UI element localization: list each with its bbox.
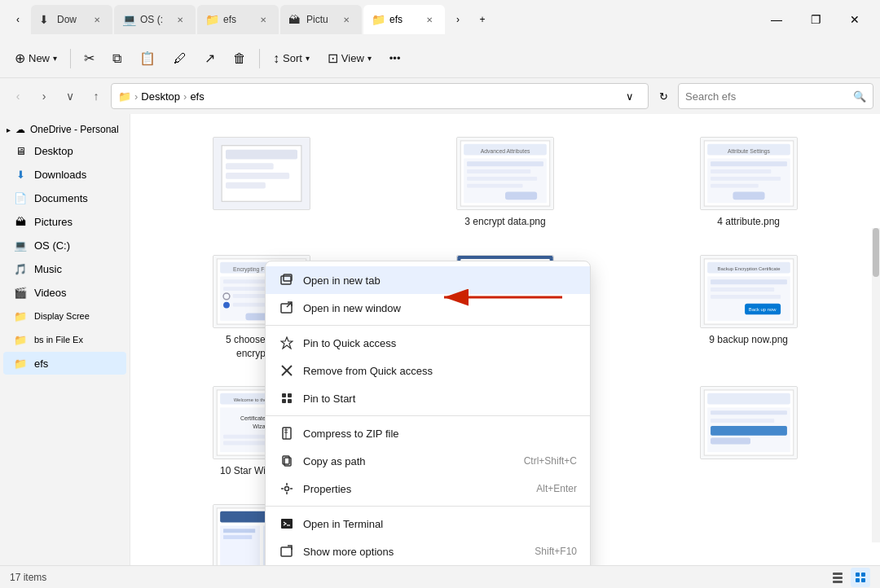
view-toggle [828, 568, 870, 587]
up-button[interactable]: ↑ [85, 85, 108, 108]
grid-view-button[interactable] [851, 568, 870, 587]
tab-add[interactable]: + [471, 8, 494, 31]
ctx-copy-path[interactable]: Copy as path Ctrl+Shift+C [266, 447, 590, 475]
statusbar: 17 items [0, 565, 880, 588]
sidebar-item-display[interactable]: 📁 Display Scree [3, 305, 126, 327]
minimize-button[interactable]: — [758, 7, 795, 33]
scroll-thumb[interactable] [873, 228, 879, 277]
svg-rect-87 [711, 438, 750, 445]
file-item-3encrypt[interactable]: Advanced Attributes 3 encrypt data.png [390, 130, 621, 235]
ctx-open-new-window[interactable]: Open in new window [266, 294, 590, 322]
file-item-placeholder[interactable] [147, 130, 377, 235]
back-button[interactable]: ‹ [7, 85, 29, 108]
paste-button[interactable]: 📋 [131, 44, 164, 73]
refresh-button[interactable]: ↻ [652, 85, 675, 108]
tab-osc[interactable]: 💻 OS (: ✕ [114, 5, 196, 34]
toolbar-sep-1 [70, 49, 71, 68]
svg-rect-22 [711, 169, 771, 173]
share-button[interactable]: ↗ [196, 44, 223, 73]
path-desktop: Desktop [141, 90, 180, 103]
delete-button[interactable]: 🗑 [225, 44, 254, 73]
sidebar-item-efs[interactable]: 📁 efs [3, 352, 126, 375]
file-item-row3-2[interactable] [633, 380, 864, 485]
view-label: View [341, 52, 364, 64]
onedrive-section[interactable]: ▸ ☁ OneDrive - Personal [0, 121, 130, 138]
ctx-sep-2 [266, 415, 590, 416]
address-path[interactable]: 📁 › Desktop › efs ∨ [111, 83, 649, 109]
cut-button[interactable]: ✂ [76, 44, 103, 73]
search-icon[interactable]: 🔍 [853, 90, 866, 103]
tab-close-downloads[interactable]: ✕ [90, 12, 104, 27]
history-button[interactable]: ∨ [59, 85, 81, 108]
sidebar-item-efsfe[interactable]: 📁 bs in File Ex [3, 328, 126, 351]
sidebar-label-downloads: Downloads [34, 169, 86, 181]
ctx-open-new-tab[interactable]: Open in new tab [266, 266, 590, 294]
more-button[interactable]: ••• [381, 44, 409, 73]
ctx-pin-start[interactable]: Pin to Start [266, 384, 590, 412]
svg-rect-14 [467, 184, 522, 188]
sidebar-label-documents: Documents [34, 192, 88, 204]
tab-pictures[interactable]: 🏔 Pictu ✕ [280, 5, 362, 34]
file-item-9backup[interactable]: Backup Encryption Certificate Back up no… [633, 248, 864, 367]
tab-label-efs2: efs [389, 14, 417, 25]
ctx-remove-quick[interactable]: Remove from Quick access [266, 357, 590, 384]
path-dropdown[interactable]: ∨ [618, 85, 641, 108]
ctx-pin-quick-label: Pin to Quick access [303, 337, 577, 349]
tab-efs2[interactable]: 📁 efs ✕ [363, 5, 445, 34]
sidebar-item-downloads[interactable]: ⬇ Downloads [3, 163, 126, 186]
window-controls: — ❐ ✕ [758, 7, 873, 33]
sort-button[interactable]: ↕ Sort ▾ [265, 44, 318, 73]
ctx-pin-quick[interactable]: Pin to Quick access [266, 329, 590, 357]
close-button[interactable]: ✕ [836, 7, 873, 33]
tab-close-pictures[interactable]: ✕ [339, 12, 354, 27]
toolbar: ⊕ New ▾ ✂ ⧉ 📋 🖊 ↗ 🗑 ↕ Sort ▾ ⊡ View ▾ ••… [0, 39, 880, 78]
rename-button[interactable]: 🖊 [165, 44, 195, 73]
tab-icon-downloads: ⬇ [39, 13, 52, 26]
ctx-compress-zip[interactable]: Compress to ZIP file [266, 419, 590, 447]
sidebar-item-pictures[interactable]: 🏔 Pictures [3, 210, 126, 233]
sidebar-item-desktop[interactable]: 🖥 Desktop [3, 139, 126, 162]
search-input[interactable] [685, 90, 850, 103]
svg-rect-126 [833, 577, 843, 579]
svg-rect-13 [467, 177, 537, 181]
tab-close-efs2[interactable]: ✕ [422, 12, 437, 27]
file-item-4attribute[interactable]: Attribute Settings 4 attribute.png [633, 130, 864, 235]
maximize-button[interactable]: ❐ [797, 7, 834, 33]
tab-downloads[interactable]: ⬇ Dow ✕ [31, 5, 112, 34]
sidebar-item-documents[interactable]: 📄 Documents [3, 186, 126, 209]
list-view-button[interactable] [828, 568, 847, 587]
pictures-icon: 🏔 [13, 214, 28, 229]
sidebar-item-music[interactable]: 🎵 Music [3, 257, 126, 280]
context-menu: Open in new tab Open in new window Pin t… [265, 261, 591, 565]
tab-icon-efs1: 📁 [205, 13, 218, 26]
svg-rect-131 [861, 578, 865, 582]
new-button[interactable]: ⊕ New ▾ [7, 44, 65, 73]
ctx-open-new-tab-label: Open in new tab [303, 274, 577, 287]
tab-icon-pictures: 🏔 [288, 13, 301, 26]
tab-efs1[interactable]: 📁 efs ✕ [197, 5, 279, 34]
view-button[interactable]: ⊡ View ▾ [319, 44, 380, 73]
tab-nav-forward[interactable]: › [447, 8, 469, 31]
forward-button[interactable]: › [33, 85, 55, 108]
ctx-show-more[interactable]: Show more options Shift+F10 [266, 538, 590, 565]
sidebar-label-display: Display Scree [34, 311, 90, 321]
tab-close-osc[interactable]: ✕ [173, 12, 187, 27]
ctx-open-terminal[interactable]: Open in Terminal [266, 510, 590, 538]
ctx-open-window-icon [279, 300, 295, 316]
svg-rect-21 [711, 161, 787, 166]
sidebar-label-efsfe: bs in File Ex [34, 335, 83, 344]
copy-button[interactable]: ⧉ [104, 44, 130, 73]
ctx-open-new-window-label: Open in new window [303, 302, 577, 314]
main-layout: ▸ ☁ OneDrive - Personal 🖥 Desktop ⬇ Down… [0, 114, 880, 565]
tab-close-efs1[interactable]: ✕ [256, 12, 271, 27]
file-thumbnail-4attribute: Attribute Settings [700, 137, 798, 210]
sidebar-item-osc[interactable]: 💻 OS (C:) [3, 234, 126, 257]
ctx-properties[interactable]: Properties Alt+Enter [266, 475, 590, 502]
file-thumbnail-row3-2 [700, 386, 798, 459]
sidebar-item-videos[interactable]: 🎬 Videos [3, 281, 126, 304]
downloads-icon: ⬇ [13, 167, 28, 182]
svg-rect-5 [226, 182, 266, 189]
tab-nav-back[interactable]: ‹ [7, 8, 29, 31]
path-folder-icon: 📁 [118, 90, 131, 103]
svg-rect-118 [281, 547, 292, 556]
